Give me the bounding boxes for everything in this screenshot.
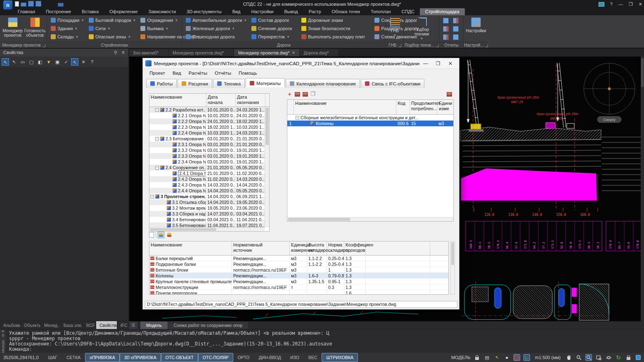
status-toggle[interactable]: 3D оПРИВЯЗКА bbox=[120, 353, 161, 362]
ribbon-button[interactable]: Опасные зоны ▼ bbox=[88, 33, 140, 41]
command-line-panel[interactable]: ✕ ⚲ Команда Укажите рамкой или [Все/Цент… bbox=[0, 329, 644, 353]
layout-tab[interactable]: Модель bbox=[140, 322, 168, 329]
storage-row[interactable]: Металлоконструкции normacs://normacs.ru/… bbox=[149, 284, 448, 290]
remove-material-icon[interactable] bbox=[303, 92, 308, 97]
ribbon-button[interactable]: Дорожные знаки ▼ bbox=[301, 16, 374, 24]
status-toggle[interactable]: ШТРИХОВКА bbox=[322, 353, 358, 362]
scrollbar[interactable] bbox=[641, 57, 644, 321]
dock-tab[interactable]: База эле... bbox=[60, 321, 83, 329]
document-tab[interactable]: Менеджер проектов.dwg* ✕ bbox=[168, 49, 234, 57]
material-row-selected[interactable]: 1 Колонны 000-5 15 м3 bbox=[287, 121, 453, 126]
highlight-cursor-icon[interactable]: ↖ bbox=[71, 58, 78, 66]
add-from-list-icon[interactable] bbox=[295, 92, 300, 97]
gnb-button[interactable]: ГНБ ▼ bbox=[387, 16, 403, 41]
work-row[interactable]: − 2.3.3 Опора №3 03.01.2020 0... 19.01.2… bbox=[149, 153, 265, 159]
work-row[interactable]: − 2.2.2 Опора №2 24.01.2020 0... 18.02.2… bbox=[149, 118, 265, 124]
ribbon-button[interactable]: Склады ▼ bbox=[50, 33, 88, 41]
ucs-icon[interactable]: ∟ bbox=[523, 354, 530, 361]
ribbon-button[interactable]: Железные дороги ▼ bbox=[185, 24, 251, 33]
status-toggle[interactable]: оПРИВЯЗКА bbox=[85, 353, 120, 362]
project-manager-button[interactable]: Менеджер проектов bbox=[2, 16, 24, 41]
ribbon-tab[interactable]: Настройки bbox=[246, 8, 279, 15]
save-as-icon[interactable] bbox=[36, 1, 41, 7]
pin-icon[interactable]: ⚲ bbox=[114, 49, 117, 57]
dialog-tab[interactable]: Календарное планирование bbox=[286, 79, 360, 88]
ribbon-tab[interactable]: 3D-инструменты bbox=[181, 8, 227, 15]
close-icon[interactable]: ✕ bbox=[639, 2, 642, 7]
work-row[interactable]: − 2.4 Сооружение оп... 21.01.2020 0... 0… bbox=[149, 165, 265, 170]
open-file-icon[interactable] bbox=[21, 2, 26, 7]
storage-row[interactable]: Подкрановые балки Рекомендации... м3 1.1… bbox=[149, 261, 448, 267]
collapse-icon[interactable]: − bbox=[155, 166, 159, 170]
status-toggle[interactable]: СЕТКА bbox=[62, 353, 85, 362]
report-export-icon[interactable] bbox=[453, 18, 459, 24]
lock-icon[interactable] bbox=[474, 354, 481, 361]
model-space-label[interactable]: МОДЕЛЬ bbox=[451, 355, 471, 360]
menu-item[interactable]: Помощь bbox=[235, 69, 260, 77]
status-toggle[interactable]: ВЕС bbox=[304, 353, 322, 362]
dock-tab[interactable]: Объекты bbox=[21, 321, 41, 329]
ribbon-tab[interactable]: Главная bbox=[12, 8, 40, 15]
db-import-icon[interactable] bbox=[166, 232, 173, 238]
dialog-launcher-icon[interactable] bbox=[436, 44, 439, 47]
add-select-icon[interactable]: ↖ bbox=[2, 58, 9, 66]
work-row[interactable]: − 2.2.1 Опора №1 10.01.2020 0... 24.01.2… bbox=[149, 113, 265, 118]
menu-item[interactable]: Проект bbox=[146, 69, 168, 77]
undo-icon[interactable] bbox=[43, 1, 49, 7]
work-row[interactable]: − 2.4.3 Опора №3 14.03.2020 0... 14.04.2… bbox=[149, 182, 265, 188]
ribbon-button[interactable]: Сечение дороги ▼ bbox=[251, 24, 301, 33]
ribbon-button[interactable]: Пешеходная дорога ▼ bbox=[185, 33, 251, 41]
dialog-launcher-icon[interactable] bbox=[398, 44, 401, 47]
zoom-window-icon[interactable] bbox=[585, 354, 592, 361]
status-toggle[interactable]: ОРТО bbox=[233, 353, 254, 362]
report-list-icon[interactable] bbox=[443, 18, 449, 24]
dock-tab[interactable]: IFC bbox=[117, 321, 129, 329]
work-row[interactable]: − 2.3.4 Опора №4 03.01.2020 0... 19.01.2… bbox=[149, 159, 265, 165]
ribbon-button[interactable]: Площадки ▼ bbox=[50, 16, 88, 24]
paste-icon[interactable]: ❐ bbox=[310, 91, 315, 97]
work-row[interactable]: − 2.2.3 Опора №3 18.02.2020 1... 10.03.2… bbox=[149, 124, 265, 130]
ribbon-button[interactable]: Бытовой городок ▼ bbox=[88, 16, 140, 24]
ribbon-tab[interactable]: СПДС bbox=[396, 8, 420, 15]
ribbon-button[interactable]: Перекресток ▼ bbox=[251, 33, 301, 41]
pin-icon[interactable]: ⚲ bbox=[0, 334, 6, 338]
zoom-icon[interactable] bbox=[575, 354, 582, 361]
collapse-icon[interactable]: − bbox=[155, 108, 159, 112]
cursor-icon[interactable]: ↖ bbox=[10, 58, 18, 66]
work-row[interactable]: − 2.2 Разработка кот... 10.01.2020 0... … bbox=[149, 107, 265, 113]
close-icon[interactable]: ✕ bbox=[292, 51, 295, 55]
qat-menu-icon[interactable] bbox=[65, 1, 69, 7]
ribbon-button[interactable]: Выполнить раскладку плит ▼ bbox=[301, 33, 374, 41]
ribbon-tab[interactable]: Зависимости bbox=[143, 8, 181, 15]
menu-item[interactable]: Вид bbox=[169, 69, 185, 77]
work-row[interactable]: − 2.4.2 Опора №2 11.02.2020 0... 14.03.2… bbox=[149, 176, 265, 182]
help-icon[interactable]: ? bbox=[88, 58, 96, 66]
dialog-launcher-icon[interactable] bbox=[485, 44, 488, 47]
ribbon-tab[interactable]: Вставка bbox=[76, 8, 104, 15]
storage-row[interactable]: Бетонные блоки normacs://normacs.ru/19EF… bbox=[149, 267, 448, 273]
status-toggle[interactable]: ИЗО bbox=[286, 353, 304, 362]
minimize-icon[interactable]: — bbox=[419, 61, 432, 66]
work-row[interactable]: − 3.3 Сборка и надви... 14.07.2020 0... … bbox=[149, 211, 265, 217]
window-icon[interactable] bbox=[599, 2, 604, 7]
help-icon[interactable]: ? bbox=[610, 2, 613, 7]
sheet-list-icon[interactable]: ☰ bbox=[129, 322, 137, 329]
scrollbar[interactable] bbox=[287, 217, 453, 221]
invert-select-icon[interactable]: ◧ bbox=[36, 58, 44, 66]
apply-select-icon[interactable]: ✓ bbox=[62, 58, 70, 66]
scrollbar[interactable] bbox=[450, 241, 455, 295]
menu-item[interactable]: Отчёты bbox=[211, 69, 234, 77]
ribbon-tab[interactable]: Растр bbox=[303, 8, 327, 15]
report-structure-icon[interactable] bbox=[443, 26, 449, 32]
maximize-icon[interactable]: ❐ bbox=[629, 2, 633, 7]
annotation-icon[interactable]: ▤ bbox=[484, 354, 490, 361]
ribbon-tab[interactable]: Построение bbox=[40, 8, 76, 15]
add-material-icon[interactable]: ＋ bbox=[287, 91, 292, 97]
fullscreen-icon[interactable] bbox=[635, 354, 642, 361]
dialog-tab[interactable]: Техника bbox=[213, 79, 245, 88]
zoom-frame-icon[interactable] bbox=[595, 354, 602, 361]
poly-select-icon[interactable]: ▢ bbox=[28, 58, 35, 66]
report-table-icon[interactable] bbox=[453, 26, 459, 32]
bulb-icon[interactable]: ● bbox=[504, 354, 510, 361]
status-toggle[interactable]: ОТС-ОБЪЕКТ bbox=[161, 353, 198, 362]
